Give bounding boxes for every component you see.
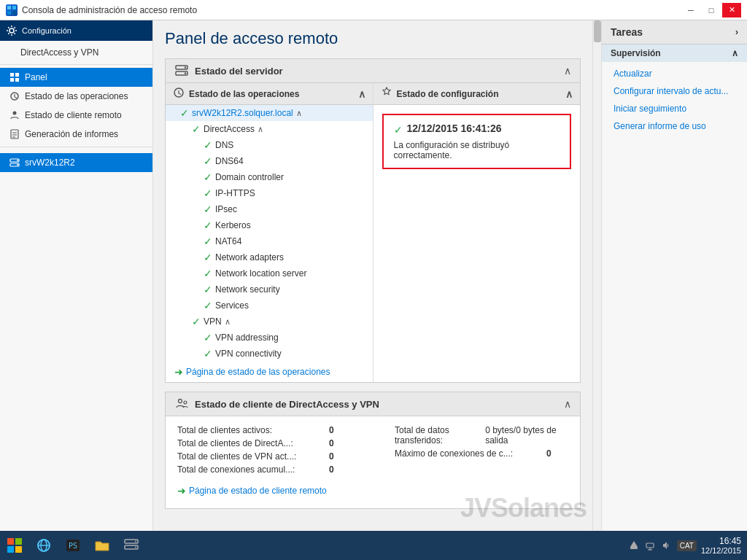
tree-directaccess[interactable]: ✓ DirectAccess ∧ [166, 121, 373, 137]
tasks-item-iniciar[interactable]: Iniciar seguimiento [602, 100, 747, 117]
config-message: La configuración se distribuyó correctam… [394, 140, 560, 160]
restore-button[interactable]: □ [702, 3, 721, 18]
ops-right: Estado de configuración ∧ ✓ 12/12/2015 1… [374, 83, 581, 382]
tree-vpn-connectivity[interactable]: ✓ VPN connectivity [166, 346, 373, 362]
sidebar-header: Configuración [0, 20, 152, 41]
stat-directa-value: 0 [329, 438, 351, 448]
tree-server-node[interactable]: ✓ srvW2k12R2.solquer.local ∧ [166, 105, 373, 121]
tasks-title: Tareas [611, 26, 643, 38]
folder-button[interactable] [88, 531, 117, 560]
ops-collapse-btn[interactable]: ∧ [358, 88, 365, 100]
config-header-label: Estado de configuración [397, 89, 499, 99]
tree-dns64[interactable]: ✓ DNS64 [166, 153, 373, 169]
svg-rect-8 [15, 78, 19, 82]
config-collapse-btn[interactable]: ∧ [565, 88, 573, 100]
window-title: Consola de administración de acceso remo… [22, 5, 197, 15]
netadapters-check-icon: ✓ [204, 252, 212, 263]
vpn-check-icon: ✓ [192, 316, 201, 327]
tree-ipsec[interactable]: ✓ IPsec [166, 201, 373, 217]
operaciones-label: Estado de las operaciones [25, 91, 128, 101]
tasks-items: Actualizar Configurar intervalo de actu.… [602, 62, 747, 138]
tasks-section-collapse: ∧ [732, 48, 738, 58]
tree-da-label: DirectAccess [204, 124, 255, 134]
stat-directa: Total de clientes de DirectA...: 0 [177, 437, 351, 450]
servidor-icon [174, 63, 189, 78]
terminal-button[interactable]: PS [58, 531, 88, 560]
ie-button[interactable] [29, 531, 58, 560]
sidebar-item-cliente[interactable]: Estado de cliente remoto [0, 106, 152, 125]
cliente-link[interactable]: ➜ Página de estado de cliente remoto [177, 485, 560, 497]
sidebar-divider [0, 64, 152, 65]
tree-iphttps[interactable]: ✓ IP-HTTPS [166, 185, 373, 201]
stat-conexiones: Total de conexiones acumul...: 0 [177, 463, 351, 476]
stat-activos: Total de clientes activos: 0 [177, 424, 351, 437]
ops-header-icon [173, 87, 185, 101]
tree-vpn-addressing[interactable]: ✓ VPN addressing [166, 330, 373, 346]
netloc-check-icon: ✓ [204, 268, 212, 279]
cliente-collapse-btn[interactable]: ∧ [564, 398, 571, 410]
tree-dns[interactable]: ✓ DNS [166, 137, 373, 153]
vpn-expand-icon: ∧ [225, 317, 231, 327]
server-expand-icon: ∧ [296, 109, 302, 118]
stat-activos-label: Total de clientes activos: [177, 425, 272, 435]
da-check-icon: ✓ [192, 123, 201, 135]
volume-icon[interactable] [659, 539, 673, 552]
scrollbar[interactable] [592, 20, 601, 531]
svg-rect-7 [10, 78, 14, 82]
stat-maximo-label: Máximo de conexiones de c...: [395, 448, 513, 459]
cliente-link-row[interactable]: ➜ Página de estado de cliente remoto [177, 481, 568, 501]
tree-domain-label: Domain controller [215, 172, 284, 182]
informes-icon [9, 128, 20, 140]
ops-link[interactable]: ➜ Página de estado de las operaciones [174, 366, 364, 378]
informes-label: Generación de informes [25, 129, 118, 139]
tree-vpn[interactable]: ✓ VPN ∧ [166, 314, 373, 330]
tasks-item-actualizar[interactable]: Actualizar [602, 65, 747, 82]
right-panel: Panel de acceso remoto Estado del servid… [153, 20, 747, 531]
servidor-collapse-btn[interactable]: ∧ [564, 65, 571, 77]
tree-kerberos-label: Kerberos [215, 220, 251, 230]
config-timestamp: 12/12/2015 16:41:26 [407, 122, 502, 134]
clock-time: 16:45 [701, 536, 741, 546]
tasks-item-configurar[interactable]: Configurar intervalo de actu... [602, 82, 747, 100]
svg-point-25 [184, 401, 187, 404]
tree-netadapters[interactable]: ✓ Network adapters [166, 249, 373, 265]
taskbar: PS CAT 16:45 12/12/2015 [0, 531, 747, 560]
sidebar-item-operaciones[interactable]: Estado de las operaciones [0, 87, 152, 106]
notification-icon[interactable] [627, 539, 640, 552]
sidebar-item-directaccess[interactable]: DirectAccess y VPN [0, 44, 152, 61]
tree-services[interactable]: ✓ Services [166, 298, 373, 314]
cliente-link-label: Página de estado de cliente remoto [189, 486, 327, 496]
server-manager-button[interactable] [117, 531, 146, 560]
svg-point-22 [185, 72, 186, 74]
minimize-button[interactable]: ─ [681, 3, 700, 18]
domain-check-icon: ✓ [204, 171, 212, 183]
servidor-header-label: Estado del servidor [195, 66, 283, 77]
tree-netloc[interactable]: ✓ Network location server [166, 265, 373, 281]
tree-netloc-label: Network location server [215, 268, 306, 279]
window-controls: ─ □ ✕ [681, 3, 741, 18]
tree-nat64[interactable]: ✓ NAT64 [166, 233, 373, 249]
svg-rect-28 [7, 546, 14, 553]
sidebar-sub-label: DirectAccess y VPN [20, 47, 98, 58]
cliente-label: Estado de cliente remoto [25, 110, 122, 120]
tree-domain[interactable]: ✓ Domain controller [166, 169, 373, 185]
tasks-section-header[interactable]: Supervisión ∧ [602, 44, 747, 62]
start-button[interactable] [0, 531, 29, 560]
tasks-item-generar[interactable]: Generar informe de uso [602, 117, 747, 135]
svg-rect-29 [15, 546, 22, 553]
ops-link-row[interactable]: ➜ Página de estado de las operaciones [166, 362, 373, 382]
sidebar-item-informes[interactable]: Generación de informes [0, 125, 152, 144]
config-section: ✓ 12/12/2015 16:41:26 La configuración s… [374, 105, 581, 178]
sidebar-item-panel[interactable]: Panel [0, 68, 152, 87]
language-badge[interactable]: CAT [677, 540, 697, 551]
tree-dns-label: DNS [215, 140, 233, 150]
close-button[interactable]: ✕ [722, 3, 741, 18]
network-icon[interactable] [643, 539, 657, 552]
stat-vpn-label: Total de clientes de VPN act...: [177, 451, 296, 462]
tree-vpnconn-label: VPN connectivity [215, 349, 282, 359]
tree-netsec[interactable]: ✓ Network security [166, 281, 373, 298]
tree-kerberos[interactable]: ✓ Kerberos [166, 217, 373, 233]
netsec-check-icon: ✓ [204, 284, 212, 295]
sidebar-server[interactable]: srvW2k12R2 [0, 153, 152, 172]
app-body: Configuración DirectAccess y VPN Panel E… [0, 20, 747, 531]
